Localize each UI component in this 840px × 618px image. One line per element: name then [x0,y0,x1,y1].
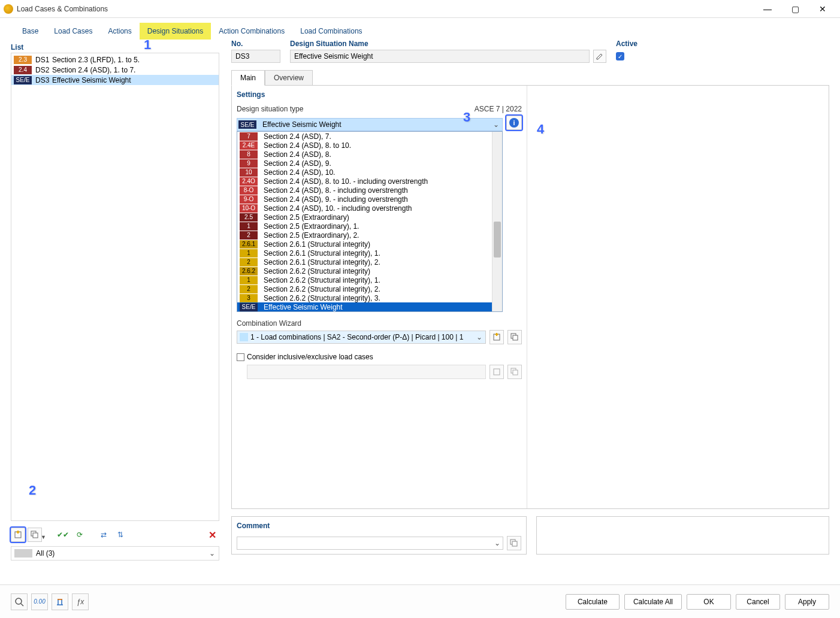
comment-combo[interactable]: ⌄ [237,537,503,550]
edit-name-button[interactable] [593,50,606,63]
list-item[interactable]: 2.4DS2Section 2.4 (ASD), 1. to 7. [11,65,219,75]
dropdown-item[interactable]: 2.6.2Section 2.6.2 (Structural integrity… [237,266,492,275]
comment-copy-button[interactable] [507,536,521,550]
subtab-overview[interactable]: Overview [265,70,313,86]
dropdown-text: Section 2.4 (ASD), 9. [261,159,331,168]
app-icon [4,4,13,14]
tab-action-combinations[interactable]: Action Combinations [211,23,292,40]
dropdown-item[interactable]: 2Section 2.6.1 (Structural integrity), 2… [237,258,492,266]
dropdown-item[interactable]: 2.4OSection 2.4 (ASD), 8. to 10. - inclu… [237,177,492,186]
dropdown-tag: 7 [240,132,258,141]
minimize-button[interactable]: — [754,0,781,18]
design-situation-type-combo[interactable]: SE/E Effective Seismic Weight ⌄ 7Section… [237,118,503,131]
dropdown-item[interactable]: SE/EEffective Seismic Weight [237,302,492,311]
dropdown-tag: 10-O [240,204,258,213]
inclusive-new-button[interactable] [490,365,504,379]
tab-load-cases[interactable]: Load Cases [46,23,100,40]
no-field[interactable]: DS3 [231,50,280,63]
wizard-color-icon [240,333,248,341]
tab-base[interactable]: Base [14,23,46,40]
inclusive-field [247,365,486,379]
dropdown-item[interactable]: 8Section 2.4 (ASD), 8. [237,150,492,159]
dropdown-text: Section 2.6.1 (Structural integrity), 1. [261,249,380,258]
list-tag: SE/E [14,76,32,84]
dropdown-item[interactable]: 10Section 2.4 (ASD), 10. [237,168,492,177]
dropdown-item[interactable]: 10-OSection 2.4 (ASD), 10. - including o… [237,204,492,213]
name-label: Design Situation Name [290,40,606,48]
dropdown-text: Section 2.5 (Extraordinary), 1. [261,222,359,231]
combo-tag: SE/E [238,120,256,129]
dropdown-text: Section 2.5 (Extraordinary), 2. [261,231,359,240]
dropdown-item[interactable]: 2.6.1Section 2.6.1 (Structural integrity… [237,240,492,249]
chevron-down-icon: ⌄ [473,333,485,341]
inclusive-copy-button[interactable] [507,365,522,379]
svg-rect-11 [494,369,500,375]
dropdown-item[interactable]: 2.5Section 2.5 (Extraordinary) [237,213,492,222]
tab-design-situations[interactable]: Design Situations [140,23,211,40]
dropdown-tag: 2.4O [240,177,258,186]
footer-search-button[interactable] [11,593,28,610]
dropdown-item[interactable]: 2Section 2.6.2 (Structural integrity), 2… [237,284,492,293]
calculate-all-button[interactable]: Calculate All [624,594,682,610]
apply-button[interactable]: Apply [785,594,829,610]
type-label: Design situation type [237,105,303,113]
footer-units-button[interactable]: 0.00 [31,593,48,610]
dropdown-text: Section 2.4 (ASD), 9. - including overst… [261,195,408,204]
ds-list[interactable]: 2.3DS1Section 2.3 (LRFD), 1. to 5.2.4DS2… [11,53,219,521]
svg-rect-13 [513,370,518,375]
copy-item-button[interactable] [28,528,42,542]
dropdown-tag: 2.6.2 [240,267,258,275]
list-item[interactable]: 2.3DS1Section 2.3 (LRFD), 1. to 5. [11,54,219,65]
refresh-icon[interactable]: ⟳ [72,528,87,542]
dropdown-item[interactable]: 2Section 2.5 (Extraordinary), 2. [237,231,492,240]
dropdown-text: Section 2.4 (ASD), 10. - including overs… [261,204,412,213]
dropdown-text: Section 2.6.1 (Structural integrity), 2. [261,258,380,266]
comment-preview-panel [536,516,829,555]
inclusive-checkbox[interactable] [237,353,244,361]
tab-actions[interactable]: Actions [100,23,139,40]
dropdown-tag: 2 [240,285,258,293]
close-button[interactable]: ✕ [809,0,836,18]
filter-combo[interactable]: All (3) ⌄ [11,546,219,561]
design-situation-type-dropdown[interactable]: 7Section 2.4 (ASD), 7.2.4ESection 2.4 (A… [237,131,503,312]
new-item-button[interactable] [11,528,25,542]
subtab-main[interactable]: Main [231,70,265,86]
dropdown-item[interactable]: 9-OSection 2.4 (ASD), 9. - including ove… [237,195,492,204]
swap-icon[interactable]: ⇄ [96,528,111,542]
name-field[interactable]: Effective Seismic Weight [290,50,590,63]
list-name: Section 2.3 (LRFD), 1. to 5. [52,56,216,64]
dropdown-tag: SE/E [240,303,258,311]
dropdown-item[interactable]: 7Section 2.4 (ASD), 7. [237,132,492,141]
cancel-button[interactable]: Cancel [736,594,780,610]
delete-button[interactable]: ✕ [205,528,219,542]
active-checkbox[interactable]: ✓ [616,52,624,60]
dropdown-item[interactable]: 1Section 2.6.2 (Structural integrity), 1… [237,275,492,284]
top-tabs: Base Load Cases Actions Design Situation… [0,23,840,40]
dropdown-text: Section 2.6.2 (Structural integrity) [261,267,370,275]
dropdown-item[interactable]: 1Section 2.5 (Extraordinary), 1. [237,222,492,231]
sort-icon[interactable]: ⇅ [113,528,128,542]
wizard-new-button[interactable] [490,330,504,344]
dropdown-item[interactable]: 9Section 2.4 (ASD), 9. [237,159,492,168]
svg-line-17 [21,604,23,606]
list-item[interactable]: SE/EDS3Effective Seismic Weight [11,75,219,85]
dropdown-tag: 1 [240,249,258,258]
dropdown-item[interactable]: 3Section 2.6.2 (Structural integrity), 3… [237,293,492,302]
wizard-copy-button[interactable] [507,330,522,344]
footer-structure-button[interactable] [52,593,68,610]
footer-fx-button[interactable]: ƒx [72,593,89,610]
dropdown-text: Section 2.4 (ASD), 8. to 10. - including… [261,177,428,186]
dropdown-item[interactable]: 8-OSection 2.4 (ASD), 8. - including ove… [237,186,492,195]
calculate-button[interactable]: Calculate [566,594,620,610]
dropdown-scrollbar[interactable] [492,132,502,311]
dropdown-item[interactable]: 1Section 2.6.1 (Structural integrity), 1… [237,249,492,258]
check-green-icon[interactable]: ✔✔ [56,528,70,542]
maximize-button[interactable]: ▢ [781,0,809,18]
tab-load-combinations[interactable]: Load Combinations [292,23,370,40]
ok-button[interactable]: OK [687,594,731,610]
combination-wizard-combo[interactable]: 1 - Load combinations | SA2 - Second-ord… [237,331,486,344]
info-button[interactable]: i [506,116,522,130]
settings-title: Settings [237,90,522,99]
active-label: Active [616,40,829,48]
dropdown-item[interactable]: 2.4ESection 2.4 (ASD), 8. to 10. [237,141,492,150]
